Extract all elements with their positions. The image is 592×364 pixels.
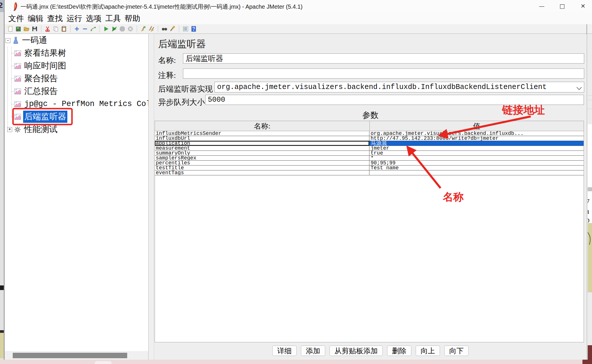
copy-icon[interactable]	[53, 26, 59, 32]
tree-node-backend-listener[interactable]: 后端监听器	[14, 111, 67, 123]
param-name-cell[interactable]: eventTags	[155, 170, 369, 175]
column-header-value[interactable]: 值	[370, 121, 584, 131]
stop-icon[interactable]	[119, 26, 125, 32]
tree-connector	[11, 66, 14, 66]
menu-edit[interactable]: 编辑	[28, 13, 43, 24]
clear-all-icon[interactable]	[148, 26, 155, 32]
listener-chart-icon	[14, 88, 21, 94]
menu-run[interactable]: 运行	[66, 13, 82, 24]
tree-node-thread-group[interactable]: + 性能测试	[7, 123, 59, 135]
param-row[interactable]: samplersRegex *	[155, 156, 584, 161]
add-button[interactable]: 添加	[301, 346, 325, 356]
search-reset-icon[interactable]	[169, 26, 176, 32]
toolbar-separator	[70, 25, 71, 32]
tree-node-aggregate-report[interactable]: 聚合报告	[14, 73, 59, 85]
tree-node-view-results-tree[interactable]: 察看结果树	[14, 47, 67, 59]
name-input[interactable]	[183, 53, 584, 64]
cut-icon[interactable]	[45, 26, 51, 32]
param-value-cell[interactable]: org.apache.jmeter.visualizers.backend.in…	[369, 131, 584, 136]
queue-size-label: 异步队列大小	[158, 97, 205, 107]
comment-input[interactable]	[183, 68, 584, 79]
collapse-icon[interactable]	[82, 26, 88, 32]
background-line	[588, 109, 592, 109]
help-icon[interactable]	[190, 26, 197, 32]
minimize-button[interactable]: —	[536, 2, 547, 10]
param-value-cell[interactable]: jmeter	[369, 146, 584, 151]
expand-toggle-icon[interactable]: +	[7, 127, 12, 132]
background-left-sliver: 2	[0, 0, 4, 364]
templates-icon[interactable]	[15, 26, 22, 32]
down-button[interactable]: 向下	[444, 346, 469, 356]
table-header-row: 名称: 值	[155, 121, 584, 131]
start-icon[interactable]	[103, 26, 109, 32]
menu-help[interactable]: 帮助	[125, 13, 140, 24]
delete-button[interactable]: 删除	[387, 346, 411, 356]
add-from-clipboard-button[interactable]: 从剪贴板添加	[330, 346, 383, 356]
param-name-cell[interactable]: application	[155, 141, 369, 146]
param-value-cell[interactable]: http://47.95.142.233:8086/write?db=jmete…	[369, 136, 584, 141]
tree-node-label: 聚合报告	[23, 73, 59, 85]
column-header-name[interactable]: 名称:	[155, 121, 370, 131]
toolbar-separator	[99, 25, 100, 32]
param-row[interactable]: percentiles 90;95;99	[155, 161, 584, 166]
param-row[interactable]: testTitle Test name	[155, 166, 584, 170]
function-helper-icon[interactable]	[182, 26, 189, 32]
tree-node-test-plan[interactable]: - 一码通	[5, 34, 48, 47]
search-icon[interactable]	[161, 26, 168, 32]
menu-search[interactable]: 查找	[47, 13, 63, 24]
background-text-fragment: p	[588, 216, 590, 224]
param-value-cell[interactable]: Test name	[369, 166, 584, 170]
shutdown-icon[interactable]	[127, 26, 134, 32]
chevron-down-icon[interactable]	[576, 85, 582, 90]
param-name-cell[interactable]: summaryOnly	[155, 151, 369, 155]
gear-icon	[14, 126, 21, 133]
tree-node-label: 后端监听器	[23, 111, 67, 123]
param-value-cell[interactable]: true	[369, 151, 584, 155]
param-name-cell[interactable]: influxdbUrl	[155, 136, 369, 141]
tree-horizontal-scrollbar[interactable]	[5, 351, 148, 360]
param-value-cell[interactable]: *	[369, 156, 584, 160]
close-button[interactable]: ✕	[577, 2, 589, 10]
implementation-combobox[interactable]: org.apache.jmeter.visualizers.backend.in…	[214, 82, 584, 92]
paste-icon[interactable]	[61, 26, 67, 32]
tree-connector	[8, 47, 8, 129]
param-row[interactable]: influxdbUrl http://47.95.142.233:8086/wr…	[155, 136, 584, 141]
param-value-cell[interactable]: 马源晨	[369, 141, 584, 146]
tree-node-response-time-graph[interactable]: 响应时间图	[14, 60, 67, 72]
param-name-cell[interactable]: testTitle	[155, 166, 369, 170]
tree-node-summary-report[interactable]: 汇总报告	[14, 85, 59, 97]
scrollbar-thumb[interactable]	[13, 353, 127, 358]
bottom-edge-fragment	[95, 361, 112, 364]
param-row[interactable]: eventTags	[155, 170, 584, 175]
param-value-cell[interactable]	[369, 170, 584, 175]
toggle-icon[interactable]	[90, 26, 96, 32]
start-no-timers-icon[interactable]	[111, 26, 117, 32]
listener-chart-icon	[14, 114, 21, 120]
collapse-toggle-icon[interactable]: -	[5, 38, 10, 43]
maximize-button[interactable]: □	[556, 2, 568, 10]
param-name-cell[interactable]: percentiles	[155, 161, 369, 165]
clear-icon[interactable]	[140, 26, 147, 32]
param-name-cell[interactable]: measurement	[155, 146, 369, 151]
new-file-icon[interactable]	[7, 26, 14, 32]
param-row-selected[interactable]: application 马源晨	[155, 141, 584, 146]
background-right-sliver: 7 a p	[588, 0, 592, 364]
open-file-icon[interactable]	[23, 26, 30, 32]
tree-node-label: 一码通	[21, 34, 48, 47]
tree-connector	[11, 47, 12, 117]
param-row[interactable]: influxdbMetricsSender org.apache.jmeter.…	[155, 131, 584, 136]
menu-file[interactable]: 文件	[8, 13, 24, 24]
param-row[interactable]: measurement jmeter	[155, 146, 584, 151]
save-icon[interactable]	[32, 26, 38, 32]
param-row[interactable]: summaryOnly true	[155, 151, 584, 156]
menu-options[interactable]: 选项	[86, 13, 101, 24]
expand-icon[interactable]	[74, 26, 80, 32]
param-name-cell[interactable]: samplersRegex	[155, 156, 369, 160]
detail-button[interactable]: 详细	[272, 346, 297, 356]
tree-node-perfmon-collector[interactable]: jp@gc - PerfMon Metrics Collec	[14, 98, 148, 110]
param-name-cell[interactable]: influxdbMetricsSender	[155, 131, 369, 136]
split-pane-divider[interactable]	[148, 34, 154, 360]
menu-tools[interactable]: 工具	[105, 13, 121, 24]
param-value-cell[interactable]: 90;95;99	[369, 161, 584, 165]
up-button[interactable]: 向上	[416, 346, 440, 356]
